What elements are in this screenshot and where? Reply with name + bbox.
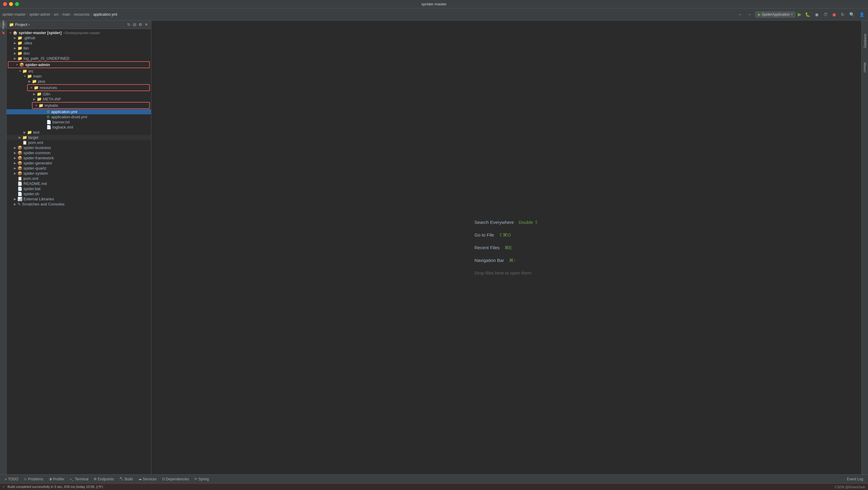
tree-item-doc[interactable]: ▶ 📁 doc: [7, 51, 151, 56]
endpoints-icon: ⊞: [94, 477, 96, 481]
recent-files-label: Recent Files: [474, 245, 499, 250]
tree-item-mybatis[interactable]: ▾ 📁 mybatis: [33, 103, 149, 108]
file-pom-root-icon: 📋: [18, 176, 22, 181]
left-panel-strip: Project 🔖: [0, 21, 7, 474]
tab-terminal[interactable]: >_ Terminal: [67, 477, 91, 482]
services-icon: ☁: [138, 477, 142, 481]
tree-item-spider-system[interactable]: ▶ 📦 spider-system: [7, 171, 151, 176]
event-log-button[interactable]: Event Log: [844, 477, 866, 482]
tree-item-spider-bat[interactable]: 📄 spider.bat: [7, 186, 151, 191]
project-tool-button[interactable]: Project: [0, 22, 6, 28]
tree-item-idea[interactable]: ▶ 📁 .idea: [7, 40, 151, 46]
tree-item-target[interactable]: ▶ 📁 target: [7, 135, 151, 140]
tab-problems[interactable]: ⚠ Problems: [22, 477, 46, 482]
sidebar-folder-icon: 📁: [9, 22, 14, 27]
tab-endpoints[interactable]: ⊞ Endpoints: [91, 477, 116, 482]
sidebar-header: 📁 Project ▾ ↻ ⊟ ⚙ ✕: [7, 21, 151, 29]
tree-item-spider-quartz[interactable]: ▶ 📦 spider-quartz: [7, 166, 151, 171]
tree-item-banner[interactable]: 📄 banner.txt: [7, 119, 151, 125]
tab-todo[interactable]: ≡ TODO: [2, 477, 21, 482]
spring-icon: ⟳: [194, 477, 197, 481]
tree-item-application-druid[interactable]: ⚙ application-druid.yml: [7, 114, 151, 119]
sidebar-title[interactable]: 📁 Project ▾: [9, 22, 30, 27]
tree-item-logback[interactable]: 📄 logback.xml: [7, 125, 151, 130]
coverage-icon[interactable]: ◉: [814, 11, 820, 18]
tree-item-spider-generator[interactable]: ▶ 📦 spider-generator: [7, 161, 151, 166]
tree-item-spider-common[interactable]: ▶ 📦 spider-common: [7, 150, 151, 155]
navigation-bar-label: Navigation Bar: [474, 258, 504, 263]
sync-icon[interactable]: ↻: [840, 11, 846, 18]
forward-icon[interactable]: →: [746, 11, 753, 18]
run-config-label: SpiderApplication: [762, 12, 790, 17]
tab-profiler[interactable]: ◑ Profiler: [46, 477, 67, 482]
tree-item-application-yml[interactable]: ⚙ application.yml: [7, 109, 151, 114]
right-panel-strip: Database Maven: [861, 21, 868, 474]
module-quartz-icon: 📦: [18, 166, 22, 171]
close-sidebar-icon[interactable]: ✕: [144, 22, 149, 27]
breadcrumb-file[interactable]: application.yml: [93, 12, 117, 17]
sync-files-icon[interactable]: ↻: [127, 22, 131, 27]
breadcrumb-main[interactable]: main: [62, 12, 70, 17]
tab-spring[interactable]: ⟳ Spring: [192, 477, 211, 482]
filter-icon[interactable]: ⚙: [138, 22, 143, 27]
back-icon[interactable]: ←: [737, 11, 744, 18]
maximize-button[interactable]: [15, 2, 19, 6]
tab-services[interactable]: ☁ Services: [136, 477, 159, 482]
welcome-drop-files: Drop files here to open them: [474, 270, 538, 276]
bookmark-icon[interactable]: 🔖: [0, 30, 6, 36]
tab-build[interactable]: 🔨 Build: [117, 477, 135, 482]
stop-icon[interactable]: ◼: [831, 11, 837, 18]
tree-item-main[interactable]: ▾ 📁 main: [7, 74, 151, 79]
scratches-icon: ✎: [18, 202, 21, 206]
tree-item-resources[interactable]: ▾ 📁 resources: [28, 85, 149, 90]
tree-item-pom-root[interactable]: 📋 pom.xml: [7, 176, 151, 181]
search-everywhere-icon[interactable]: 🔍: [848, 11, 856, 18]
breadcrumb-root[interactable]: sprider-master: [2, 12, 26, 17]
dependencies-icon: ⊡: [162, 477, 165, 481]
profile-icon[interactable]: ⏱: [822, 11, 829, 18]
title-bar: sprider-master: [0, 0, 868, 8]
minimize-button[interactable]: [9, 2, 13, 6]
folder-bin-icon: 📁: [18, 46, 22, 50]
problems-icon: ⚠: [24, 477, 27, 481]
tab-dependencies[interactable]: ⊡ Dependencies: [160, 477, 192, 482]
tree-item-scratches[interactable]: ▶ ✎ Scratches and Consoles: [7, 202, 151, 207]
folder-doc-icon: 📁: [18, 51, 22, 56]
debug-icon[interactable]: 🐛: [804, 11, 811, 18]
database-panel-button[interactable]: Database: [863, 33, 867, 49]
file-yml-icon: ⚙: [46, 110, 50, 114]
maven-panel-button[interactable]: Maven: [863, 62, 867, 73]
run-button[interactable]: ▶: [798, 11, 801, 17]
tree-item-external-libs[interactable]: ▶ 📊 External Libraries: [7, 196, 151, 202]
collapse-all-icon[interactable]: ⊟: [132, 22, 137, 27]
breadcrumb-admin[interactable]: spider-admin: [29, 12, 50, 17]
close-button[interactable]: [3, 2, 7, 6]
toolbar-icons: ← → ▶ SpiderApplication ▾ ▶ 🐛 ◉ ⏱ ◼ ↻ 🔍 …: [737, 11, 866, 18]
run-config-selector[interactable]: ▶ SpiderApplication ▾: [755, 11, 795, 18]
window-controls: [3, 2, 19, 6]
tree-arrow-github: ▶: [13, 36, 18, 39]
tree-item-meta-inf[interactable]: ▶ 📁 META-INF: [7, 96, 151, 102]
tree-item-i18n[interactable]: ▶ 📁 i18n: [7, 91, 151, 96]
tree-item-logpath[interactable]: ▶ 📁 log_path_IS_UNDEFINED: [7, 56, 151, 61]
module-business-icon: 📦: [18, 145, 22, 150]
breadcrumb-resources[interactable]: resources: [74, 12, 90, 17]
tree-item-spider-framework[interactable]: ▶ 📦 spider-framework: [7, 155, 151, 161]
tree-item-spider-admin[interactable]: ▾ 📦 spider-admin: [8, 62, 149, 67]
recent-files-shortcut: ⌘E: [504, 245, 512, 251]
tree-item-src[interactable]: ▾ 📁 src: [7, 68, 151, 74]
breadcrumb-src[interactable]: src: [54, 12, 59, 17]
tree-item-test[interactable]: ▶ 📁 test: [7, 130, 151, 135]
tree-item-bin[interactable]: ▶ 📁 bin: [7, 46, 151, 51]
tree-item-spider-business[interactable]: ▶ 📦 spider-business: [7, 145, 151, 150]
tree-arrow-root: ▾: [8, 31, 13, 34]
tree-item-spider-sh[interactable]: 📄 spider.sh: [7, 191, 151, 196]
bottom-right-area: Event Log: [844, 477, 866, 482]
tree-item-root[interactable]: ▾ 🏠 sprider-master [spider] ~/Desktop/sp…: [7, 30, 151, 35]
tree-item-pom-admin[interactable]: 📋 pom.xml: [7, 140, 151, 145]
welcome-navigation-bar: Navigation Bar ⌘↑: [474, 258, 538, 263]
tree-item-java[interactable]: ▶ 📁 java: [7, 79, 151, 84]
user-icon[interactable]: 👤: [858, 11, 866, 18]
tree-item-readme[interactable]: 📄 README.md: [7, 181, 151, 186]
tree-item-github[interactable]: ▶ 📁 .github: [7, 35, 151, 40]
